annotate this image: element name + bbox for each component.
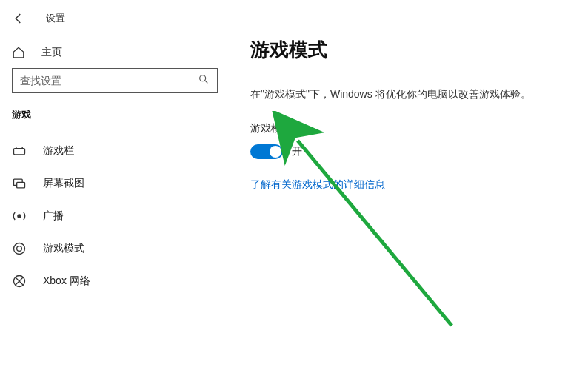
sidebar-item-label: Xbox 网络 (43, 275, 90, 288)
sidebar-item-home[interactable]: 主页 (0, 38, 230, 68)
page-description: 在"游戏模式"下，Windows 将优化你的电脑以改善游戏体验。 (250, 88, 570, 101)
category-label: 游戏 (0, 104, 230, 129)
sidebar-item-game-bar[interactable]: 游戏栏 (0, 135, 230, 167)
search-wrap (0, 68, 230, 104)
toggle-label: 游戏模式 (250, 122, 570, 135)
sidebar-item-label: 广播 (43, 209, 64, 223)
game-mode-toggle[interactable] (250, 144, 283, 159)
capture-icon (12, 176, 27, 191)
topbar: 设置 (0, 12, 230, 38)
main-content: 游戏模式 在"游戏模式"下，Windows 将优化你的电脑以改善游戏体验。 游戏… (230, 0, 588, 370)
sidebar-item-label: 屏幕截图 (43, 177, 84, 190)
home-icon (12, 46, 25, 59)
home-label: 主页 (41, 46, 62, 59)
svg-point-5 (14, 243, 25, 255)
sidebar-item-broadcasting[interactable]: 广播 (0, 200, 230, 232)
svg-rect-3 (17, 182, 25, 188)
sidebar-item-label: 游戏模式 (43, 242, 84, 255)
xbox-icon (12, 274, 27, 289)
svg-point-0 (200, 75, 206, 81)
nav: 游戏栏 屏幕截图 广播 游戏模式 (0, 129, 230, 297)
game-bar-icon (12, 144, 27, 158)
page-title: 游戏模式 (250, 37, 570, 63)
sidebar-item-captures[interactable]: 屏幕截图 (0, 167, 230, 200)
back-icon[interactable] (12, 12, 25, 25)
search-box[interactable] (12, 68, 218, 93)
search-icon[interactable] (198, 73, 210, 88)
sidebar-item-game-mode[interactable]: 游戏模式 (0, 232, 230, 265)
game-mode-icon (12, 241, 27, 256)
toggle-state: 开 (292, 145, 302, 158)
search-input[interactable] (20, 75, 190, 87)
sidebar: 设置 主页 游戏 游戏栏 (0, 0, 230, 370)
sidebar-item-xbox-networking[interactable]: Xbox 网络 (0, 265, 230, 297)
svg-point-4 (18, 215, 21, 218)
window-title: 设置 (46, 12, 65, 25)
svg-rect-1 (14, 149, 25, 155)
sidebar-item-label: 游戏栏 (43, 144, 74, 158)
svg-point-6 (17, 246, 22, 252)
learn-more-link[interactable]: 了解有关游戏模式的详细信息 (250, 178, 570, 192)
toggle-row: 开 (250, 144, 570, 159)
broadcast-icon (12, 209, 27, 223)
